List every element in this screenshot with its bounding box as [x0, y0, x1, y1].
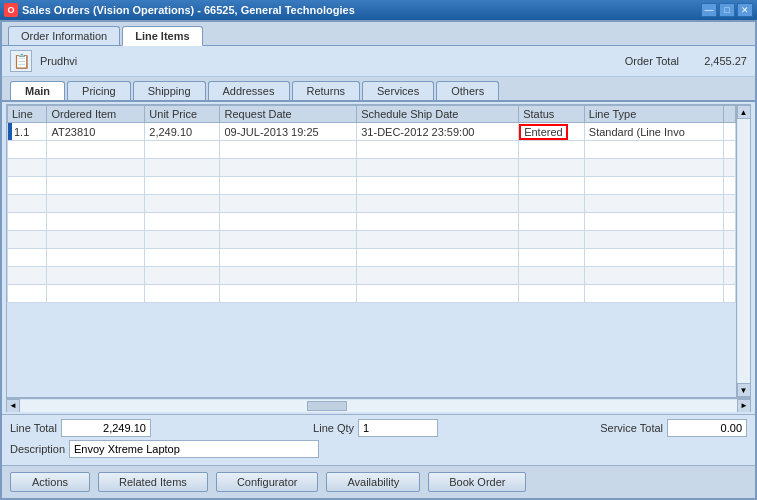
table-wrapper: Line Ordered Item Unit Price Request Dat…: [6, 104, 751, 412]
description-label: Description: [10, 443, 65, 455]
horizontal-scrollbar[interactable]: ◄ ►: [6, 398, 751, 412]
tab-addresses[interactable]: Addresses: [208, 81, 290, 100]
maximize-button[interactable]: □: [719, 3, 735, 17]
related-items-button[interactable]: Related Items: [98, 472, 208, 492]
document-icon: 📋: [10, 50, 32, 72]
close-button[interactable]: ✕: [737, 3, 753, 17]
table-row: [8, 141, 736, 159]
service-total-label: Service Total: [600, 422, 663, 434]
table-row[interactable]: 1.1 AT23810 2,249.10 09-JUL-2013 19:25 3…: [8, 123, 736, 141]
cell-status[interactable]: Entered: [519, 123, 585, 141]
col-line: Line: [8, 106, 47, 123]
table-row: [8, 213, 736, 231]
window-controls[interactable]: — □ ✕: [701, 3, 753, 17]
minimize-button[interactable]: —: [701, 3, 717, 17]
cell-schedule-ship-date: 31-DEC-2012 23:59:00: [357, 123, 519, 141]
cell-unit-price: 2,249.10: [145, 123, 220, 141]
book-order-button[interactable]: Book Order: [428, 472, 526, 492]
tab-returns[interactable]: Returns: [292, 81, 361, 100]
order-total-value: 2,455.27: [687, 55, 747, 67]
col-schedule-ship-date: Schedule Ship Date: [357, 106, 519, 123]
col-unit-price: Unit Price: [145, 106, 220, 123]
cell-line: 1.1: [8, 123, 47, 141]
line-qty-label: Line Qty: [313, 422, 354, 434]
col-request-date: Request Date: [220, 106, 357, 123]
col-extra: [724, 106, 736, 123]
h-scroll-thumb[interactable]: [307, 401, 347, 411]
col-line-type: Line Type: [584, 106, 723, 123]
tab-pricing[interactable]: Pricing: [67, 81, 131, 100]
user-label: Prudhvi: [40, 55, 77, 67]
h-scroll-track: [20, 400, 737, 412]
window-title: Sales Orders (Vision Operations) - 66525…: [22, 4, 355, 16]
tab-services[interactable]: Services: [362, 81, 434, 100]
line-items-table: Line Ordered Item Unit Price Request Dat…: [7, 105, 736, 303]
title-bar: O Sales Orders (Vision Operations) - 665…: [0, 0, 757, 20]
line-total-label: Line Total: [10, 422, 57, 434]
tab-shipping[interactable]: Shipping: [133, 81, 206, 100]
order-total-label: Order Total: [625, 55, 679, 67]
tab-order-information[interactable]: Order Information: [8, 26, 120, 45]
table-row: [8, 159, 736, 177]
table-with-scroll: Line Ordered Item Unit Price Request Dat…: [6, 104, 751, 398]
line-total-field[interactable]: [61, 419, 151, 437]
table-row: [8, 267, 736, 285]
cell-line-type: Standard (Line Invo: [584, 123, 723, 141]
main-window: Order Information Line Items 📋 Prudhvi O…: [0, 20, 757, 500]
bottom-info-area: Line Total Line Qty Service Total Descri…: [2, 414, 755, 465]
inner-tab-bar: Main Pricing Shipping Addresses Returns …: [2, 77, 755, 102]
col-ordered-item: Ordered Item: [47, 106, 145, 123]
cell-extra: [724, 123, 736, 141]
service-total-field[interactable]: [667, 419, 747, 437]
table-row: [8, 249, 736, 267]
tab-line-items[interactable]: Line Items: [122, 26, 202, 46]
table-row: [8, 285, 736, 303]
availability-button[interactable]: Availability: [326, 472, 420, 492]
cell-ordered-item: AT23810: [47, 123, 145, 141]
table-inner: Line Ordered Item Unit Price Request Dat…: [7, 105, 736, 397]
scroll-left-button[interactable]: ◄: [6, 399, 20, 413]
tab-main[interactable]: Main: [10, 81, 65, 100]
line-qty-field[interactable]: [358, 419, 438, 437]
action-bar: Actions Related Items Configurator Avail…: [2, 465, 755, 498]
table-row: [8, 231, 736, 249]
actions-button[interactable]: Actions: [10, 472, 90, 492]
scroll-up-button[interactable]: ▲: [737, 105, 751, 119]
top-tab-bar: Order Information Line Items: [2, 22, 755, 46]
cell-request-date: 09-JUL-2013 19:25: [220, 123, 357, 141]
scroll-right-button[interactable]: ►: [737, 399, 751, 413]
vertical-scrollbar[interactable]: ▲ ▼: [736, 105, 750, 397]
app-icon: O: [4, 3, 18, 17]
order-total-area: Order Total 2,455.27: [625, 55, 747, 67]
configurator-button[interactable]: Configurator: [216, 472, 319, 492]
scroll-track: [738, 119, 750, 383]
title-bar-left: O Sales Orders (Vision Operations) - 665…: [4, 3, 355, 17]
bottom-row-2: Description: [10, 440, 747, 458]
table-row: [8, 195, 736, 213]
table-row: [8, 177, 736, 195]
toolbar: 📋 Prudhvi Order Total 2,455.27: [2, 46, 755, 77]
col-status: Status: [519, 106, 585, 123]
description-field[interactable]: [69, 440, 319, 458]
scroll-down-button[interactable]: ▼: [737, 383, 751, 397]
bottom-row-1: Line Total Line Qty Service Total: [10, 419, 747, 437]
tab-others[interactable]: Others: [436, 81, 499, 100]
